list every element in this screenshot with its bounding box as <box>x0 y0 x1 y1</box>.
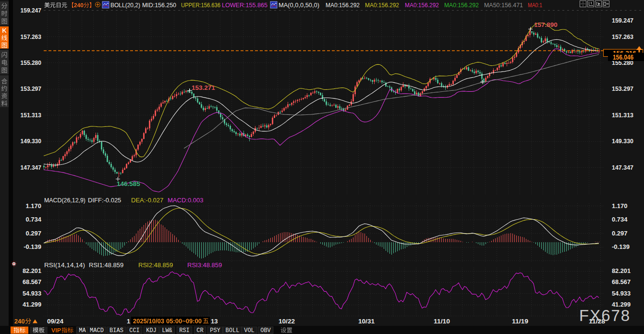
svg-text:FX678: FX678 <box>579 307 631 324</box>
svg-text:-0.139: -0.139 <box>24 243 41 250</box>
svg-text:LW&: LW& <box>162 327 172 334</box>
svg-text:157.263: 157.263 <box>21 33 42 40</box>
svg-text:82.201: 82.201 <box>23 267 41 274</box>
svg-text:MACD:0.003: MACD:0.003 <box>168 197 203 204</box>
svg-text:MACD(26,12,9): MACD(26,12,9) <box>44 197 85 204</box>
svg-text:BIAS: BIAS <box>109 327 123 334</box>
svg-text:153.271: 153.271 <box>192 84 215 91</box>
svg-text:RSI(14,14,14): RSI(14,14,14) <box>44 261 85 269</box>
svg-text:82.201: 82.201 <box>612 267 631 274</box>
svg-text:68.567: 68.567 <box>23 278 41 285</box>
svg-text:1: 1 <box>127 318 130 325</box>
svg-text:10/22: 10/22 <box>279 318 295 325</box>
svg-text:PSY: PSY <box>210 327 220 334</box>
svg-text:149.330: 149.330 <box>612 137 633 145</box>
svg-text:RSI: RSI <box>179 327 190 334</box>
svg-text:MA0:156.292: MA0:156.292 <box>444 1 479 9</box>
svg-text:159.247: 159.247 <box>612 17 633 24</box>
svg-text:RSI1:48.859: RSI1:48.859 <box>89 261 123 269</box>
svg-text:11/10: 11/10 <box>434 318 450 325</box>
svg-text:OBV: OBV <box>260 327 271 334</box>
svg-text:151.313: 151.313 <box>612 111 633 119</box>
svg-text:13: 13 <box>211 318 218 325</box>
svg-text:CR: CR <box>196 327 203 334</box>
svg-text:MA0:156.292: MA0:156.292 <box>326 1 360 9</box>
svg-text:LOWER:155.865: LOWER:155.865 <box>222 1 267 9</box>
svg-text:0.734: 0.734 <box>612 216 628 223</box>
svg-text:68.567: 68.567 <box>612 278 631 285</box>
svg-text:147.347: 147.347 <box>612 164 633 171</box>
svg-text:09/24: 09/24 <box>47 318 64 325</box>
svg-text:149.330: 149.330 <box>21 137 42 145</box>
svg-text:UPPER:156.636: UPPER:156.636 <box>181 1 220 9</box>
svg-text:BOLL(20,2): BOLL(20,2) <box>110 1 140 9</box>
svg-text:MA0:1: MA0:1 <box>528 1 542 9</box>
svg-text:157.263: 157.263 <box>612 33 633 40</box>
svg-text:CCI: CCI <box>129 327 140 334</box>
svg-text:41.299: 41.299 <box>23 301 41 308</box>
svg-text:-0.139: -0.139 <box>612 243 630 250</box>
svg-text:DIFF:-0.025: DIFF:-0.025 <box>88 197 121 204</box>
svg-text:157.890: 157.890 <box>534 21 558 28</box>
svg-text:54.933: 54.933 <box>612 290 631 297</box>
svg-text:RSI3:48.859: RSI3:48.859 <box>187 261 222 269</box>
svg-text:DEA:-0.027: DEA:-0.027 <box>131 197 163 204</box>
svg-text:147.347: 147.347 <box>21 164 42 171</box>
svg-text:BOLL: BOLL <box>226 327 240 334</box>
svg-text:0.734: 0.734 <box>25 216 41 223</box>
svg-text:MID:156.250: MID:156.250 <box>142 1 176 9</box>
svg-text:1.170: 1.170 <box>25 202 41 210</box>
svg-text:0.297: 0.297 <box>612 230 628 237</box>
svg-text:1.170: 1.170 <box>612 202 628 210</box>
svg-text:11/19: 11/19 <box>512 318 528 325</box>
svg-text:159.247: 159.247 <box>21 7 42 14</box>
svg-text:MACD: MACD <box>90 327 104 334</box>
svg-text:KDJ: KDJ <box>146 327 157 334</box>
svg-text:MA50:156.471: MA50:156.471 <box>484 1 523 9</box>
svg-text:0.297: 0.297 <box>25 230 41 237</box>
svg-text:MA0:156.292: MA0:156.292 <box>365 1 399 9</box>
svg-text:151.313: 151.313 <box>21 111 42 119</box>
svg-text:MA0:156.292: MA0:156.292 <box>405 1 439 9</box>
svg-text:VOL: VOL <box>244 327 255 334</box>
svg-text:RSI2:48.859: RSI2:48.859 <box>138 261 173 269</box>
svg-text:10/31: 10/31 <box>358 318 375 325</box>
svg-text:155.280: 155.280 <box>21 59 42 66</box>
svg-text:146.585: 146.585 <box>117 180 140 187</box>
svg-text:153.297: 153.297 <box>612 85 633 92</box>
svg-text:MA: MA <box>79 327 86 334</box>
svg-text:153.297: 153.297 <box>21 85 42 92</box>
svg-text:156.046: 156.046 <box>613 53 633 61</box>
svg-text:54.933: 54.933 <box>23 290 41 297</box>
svg-text:MA(0,0,0,50,0): MA(0,0,0,50,0) <box>279 1 319 9</box>
